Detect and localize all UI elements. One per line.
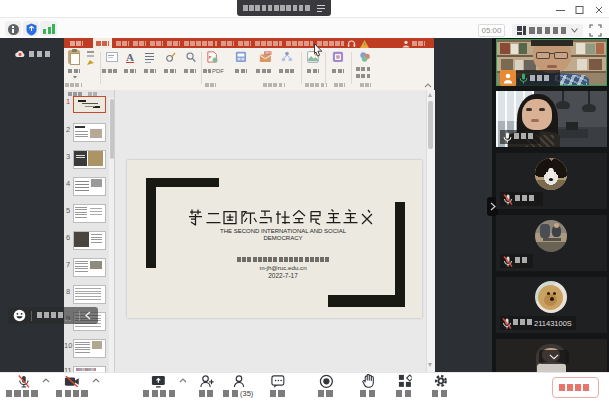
svg-text:P: P: [209, 55, 212, 60]
svg-text:NEW: NEW: [265, 51, 272, 55]
